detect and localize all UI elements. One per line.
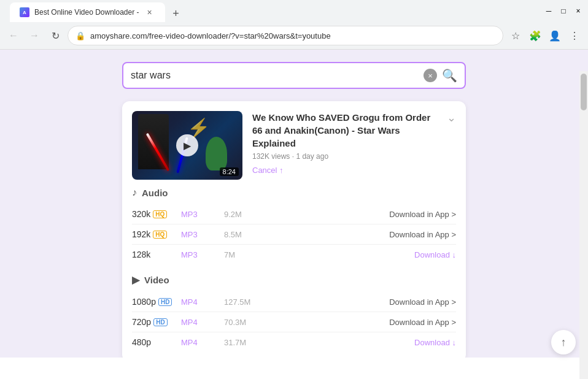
video-details: We Know Who SAVED Grogu from Order 66 an… bbox=[252, 111, 456, 180]
nav-actions: ☆ 🧩 👤 ⋮ bbox=[507, 27, 583, 44]
audio-section: ♪ Audio 320k HQ MP3 9.2M Download in App… bbox=[132, 187, 456, 264]
back-to-top-button[interactable]: ↑ bbox=[551, 330, 576, 354]
audio-row-192k: 192k HQ MP3 8.5M Download in App > bbox=[132, 224, 456, 245]
quality-128k: 128k bbox=[132, 250, 181, 259]
address-bar[interactable]: 🔒 amoyshare.com/free-video-downloader/?v… bbox=[68, 26, 503, 45]
duration-badge: 8:24 bbox=[220, 167, 239, 176]
format-mp4-720: MP4 bbox=[181, 318, 224, 327]
video-info: ⚡ ▶ 8:24 We Know Who SAVED Grogu from Or… bbox=[132, 111, 456, 180]
quality-value: 192k bbox=[132, 229, 150, 239]
quality-value: 128k bbox=[132, 250, 150, 259]
size-9m2: 9.2M bbox=[224, 210, 279, 219]
time-ago: 1 day ago bbox=[296, 152, 328, 161]
video-icon: ▶ bbox=[132, 274, 139, 286]
lock-icon: 🔒 bbox=[75, 31, 85, 40]
quality-720p: 720p HD bbox=[132, 317, 181, 327]
hq-badge: HQ bbox=[153, 231, 167, 239]
audio-section-header: ♪ Audio bbox=[132, 187, 456, 198]
download-in-app-button-1[interactable]: Download in App > bbox=[389, 210, 456, 219]
quality-value: 320k bbox=[132, 209, 150, 219]
tab-close-button[interactable]: × bbox=[144, 7, 155, 18]
search-container: × 🔍 bbox=[122, 62, 466, 89]
close-button[interactable]: × bbox=[573, 6, 583, 16]
search-clear-button[interactable]: × bbox=[424, 69, 437, 82]
window-controls: ─ □ × bbox=[544, 6, 583, 16]
search-button[interactable]: 🔍 bbox=[442, 68, 457, 83]
browser-chrome: A Best Online Video Downloader - × + ─ □… bbox=[0, 0, 588, 50]
video-row-720p: 720p HD MP4 70.3M Download in App > bbox=[132, 312, 456, 332]
video-section-header: ▶ Video bbox=[132, 274, 456, 286]
format-mp4-1080: MP4 bbox=[181, 297, 224, 307]
video-meta: 132K views · 1 day ago bbox=[252, 152, 456, 161]
download-in-app-button-3[interactable]: Download in App > bbox=[389, 297, 456, 307]
result-card: ⚡ ▶ 8:24 We Know Who SAVED Grogu from Or… bbox=[122, 101, 466, 358]
audio-icon: ♪ bbox=[132, 187, 137, 198]
download-button-audio[interactable]: Download ↓ bbox=[414, 250, 456, 259]
quality-value: 480p bbox=[132, 337, 151, 347]
cancel-button[interactable]: Cancel ↑ bbox=[252, 166, 456, 175]
nav-bar: ← → ↻ 🔒 amoyshare.com/free-video-downloa… bbox=[0, 22, 588, 49]
quality-192k: 192k HQ bbox=[132, 229, 181, 239]
video-label: Video bbox=[144, 275, 169, 285]
browser-scrollbar bbox=[579, 71, 588, 379]
active-tab[interactable]: A Best Online Video Downloader - × bbox=[10, 2, 165, 22]
format-mp3-192: MP3 bbox=[181, 230, 224, 239]
video-title: We Know Who SAVED Grogu from Order 66 an… bbox=[252, 111, 442, 150]
audio-row-128k: 128k MP3 7M Download ↓ bbox=[132, 245, 456, 264]
quality-480p: 480p bbox=[132, 337, 181, 347]
search-box: × 🔍 bbox=[122, 62, 466, 89]
page-content: × 🔍 ⚡ ▶ 8:24 We Know Who SAVED Grogu fro… bbox=[0, 50, 588, 358]
size-70m: 70.3M bbox=[224, 318, 279, 327]
tab-bar: A Best Online Video Downloader - × + bbox=[5, 0, 544, 22]
video-thumbnail: ⚡ ▶ 8:24 bbox=[132, 111, 242, 180]
audio-label: Audio bbox=[142, 188, 168, 198]
menu-button[interactable]: ⋮ bbox=[566, 27, 583, 44]
scrollbar-thumb[interactable] bbox=[581, 74, 587, 110]
size-31m: 31.7M bbox=[224, 338, 279, 347]
title-bar: A Best Online Video Downloader - × + ─ □… bbox=[0, 0, 588, 22]
quality-1080p: 1080p HD bbox=[132, 297, 181, 307]
profile-button[interactable]: 👤 bbox=[546, 27, 563, 44]
search-input[interactable] bbox=[131, 70, 419, 81]
expand-button[interactable]: ⌄ bbox=[447, 111, 456, 124]
hd-badge: HD bbox=[158, 298, 172, 306]
size-8m5: 8.5M bbox=[224, 230, 279, 239]
quality-320k: 320k HQ bbox=[132, 209, 181, 219]
back-button[interactable]: ← bbox=[5, 27, 22, 44]
forward-button[interactable]: → bbox=[26, 27, 43, 44]
hd-badge: HD bbox=[153, 318, 167, 326]
quality-value: 1080p bbox=[132, 297, 156, 307]
play-button[interactable]: ▶ bbox=[176, 134, 198, 156]
download-in-app-button-4[interactable]: Download in App > bbox=[389, 318, 456, 327]
size-7m: 7M bbox=[224, 250, 279, 259]
minimize-button[interactable]: ─ bbox=[544, 6, 554, 16]
maximize-button[interactable]: □ bbox=[559, 6, 568, 16]
quality-value: 720p bbox=[132, 317, 151, 327]
size-127m: 127.5M bbox=[224, 297, 279, 307]
hq-badge: HQ bbox=[153, 210, 167, 218]
video-row-1080p: 1080p HD MP4 127.5M Download in App > bbox=[132, 292, 456, 312]
back-to-top-icon: ↑ bbox=[561, 336, 567, 349]
video-section: ▶ Video 1080p HD MP4 127.5M Download in … bbox=[132, 274, 456, 352]
format-mp3: MP3 bbox=[181, 210, 224, 219]
download-in-app-button-2[interactable]: Download in App > bbox=[389, 230, 456, 239]
download-button-video[interactable]: Download ↓ bbox=[414, 338, 456, 347]
views-count: 132K views bbox=[252, 152, 290, 161]
tab-favicon: A bbox=[20, 7, 29, 17]
tab-title: Best Online Video Downloader - bbox=[34, 8, 139, 17]
audio-row-320k: 320k HQ MP3 9.2M Download in App > bbox=[132, 204, 456, 224]
bookmark-button[interactable]: ☆ bbox=[507, 27, 524, 44]
format-mp4-480: MP4 bbox=[181, 338, 224, 347]
refresh-button[interactable]: ↻ bbox=[47, 27, 64, 44]
video-row-480p: 480p MP4 31.7M Download ↓ bbox=[132, 332, 456, 352]
url-text: amoyshare.com/free-video-downloader/?v=s… bbox=[90, 31, 495, 40]
extensions-button[interactable]: 🧩 bbox=[527, 27, 544, 44]
format-mp3-128: MP3 bbox=[181, 250, 224, 259]
new-tab-button[interactable]: + bbox=[168, 5, 185, 22]
video-title-row: We Know Who SAVED Grogu from Order 66 an… bbox=[252, 111, 456, 150]
